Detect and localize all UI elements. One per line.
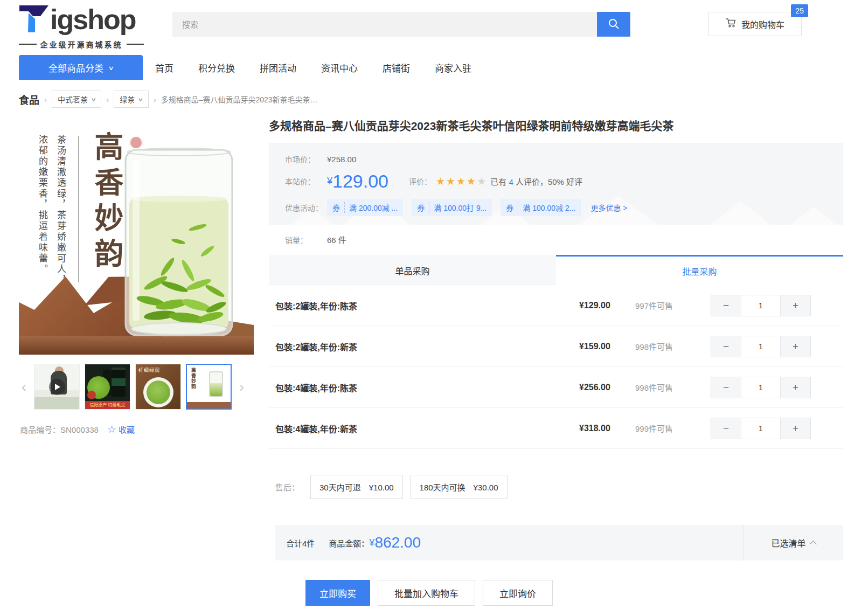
quantity-stepper: − + bbox=[711, 295, 811, 316]
quantity-stepper: − + bbox=[711, 377, 811, 398]
coupon-chip[interactable]: 券 满 100.00打 9... bbox=[412, 199, 492, 216]
tagline-rule-left bbox=[19, 44, 37, 45]
coupon-chip[interactable]: 券 满 200.00减 ... bbox=[327, 199, 403, 216]
rating-label: 评价： bbox=[409, 176, 432, 186]
breadcrumb-category-dropdown-2[interactable]: 绿茶 ∨ bbox=[114, 91, 148, 108]
nav-item-home[interactable]: 首页 bbox=[143, 55, 186, 80]
selected-list-label: 已选清单 bbox=[771, 536, 805, 549]
thumb-decoration bbox=[210, 383, 222, 396]
play-icon bbox=[49, 379, 65, 395]
coupon-list: 券 满 200.00减 ... 券 满 100.00打 9... 券 满 100… bbox=[327, 199, 581, 216]
main-nav: 全部商品分类 ∨ 首页 积分兑换 拼团活动 资讯中心 店铺街 商家入驻 bbox=[0, 55, 862, 80]
quantity-input[interactable] bbox=[741, 295, 781, 316]
favorite-button[interactable]: ☆ 收藏 bbox=[107, 424, 135, 435]
quantity-plus-button[interactable]: + bbox=[781, 377, 810, 398]
quantity-plus-button[interactable]: + bbox=[781, 418, 810, 439]
product-sn-label: 商品编号： bbox=[20, 425, 60, 434]
sku-row: 包装:2罐装,年份:新茶 ¥159.00 998件可售 − + bbox=[269, 326, 843, 367]
quantity-minus-button[interactable]: − bbox=[711, 336, 741, 357]
tab-bulk-purchase[interactable]: 批量采购 bbox=[556, 255, 843, 285]
summary-bar: 合计4件 商品金额： ¥ 862.00 已选清单 bbox=[275, 525, 843, 560]
rating-suffix: 人评价，50% 好评 bbox=[516, 177, 582, 186]
thumbs-prev-icon[interactable]: ‹ bbox=[19, 379, 29, 394]
breadcrumb-category-dropdown-1[interactable]: 中式茗茶 ∨ bbox=[52, 91, 101, 108]
sku-stock: 997件可售 bbox=[635, 300, 711, 311]
main-image-slogan: 茶汤清澈透绿，茶芽娇嫩可人，浓郁的嫩栗香，挑逗着味蕾。 bbox=[33, 135, 69, 292]
thumb-caption: 信阳原产 特级毛尖 bbox=[85, 401, 130, 409]
sales-value: 66 件 bbox=[327, 234, 346, 245]
bulk-add-to-cart-button[interactable]: 批量加入购物车 bbox=[378, 580, 475, 606]
quantity-minus-button[interactable]: − bbox=[711, 418, 741, 439]
coupon-chip[interactable]: 券 满 100.00减 2... bbox=[500, 199, 581, 216]
rating-count[interactable]: 4 bbox=[509, 177, 513, 186]
chevron-down-icon: ∨ bbox=[108, 65, 114, 72]
quantity-input[interactable] bbox=[741, 336, 781, 357]
nav-items: 首页 积分兑换 拼团活动 资讯中心 店铺街 商家入驻 bbox=[143, 55, 484, 80]
quantity-plus-button[interactable]: + bbox=[781, 336, 810, 357]
action-buttons: 立即购买 批量加入购物车 立即询价 bbox=[305, 580, 843, 606]
nav-item-news[interactable]: 资讯中心 bbox=[309, 55, 370, 80]
market-price-value: ¥258.00 bbox=[327, 155, 356, 164]
search-button[interactable] bbox=[597, 12, 630, 37]
aftersale-option-exchange[interactable]: 180天内可换 ¥30.00 bbox=[411, 475, 508, 499]
selected-list-toggle[interactable]: 已选清单 bbox=[743, 525, 843, 560]
quantity-input[interactable] bbox=[741, 377, 781, 398]
purchase-tabs: 单品采购 批量采购 bbox=[269, 255, 843, 285]
site-logo[interactable]: igshop 企业级开源商城系统 bbox=[19, 4, 144, 50]
quantity-minus-button[interactable]: − bbox=[711, 295, 741, 316]
red-seal-stamp bbox=[129, 136, 143, 149]
sales-row: 销量： 66 件 bbox=[269, 225, 843, 248]
chevron-right-icon: › bbox=[106, 95, 109, 104]
nav-item-points[interactable]: 积分兑换 bbox=[186, 55, 247, 80]
sku-name: 包装:4罐装,年份:新茶 bbox=[275, 422, 579, 435]
sku-price: ¥159.00 bbox=[579, 342, 635, 351]
aftersale-option-return[interactable]: 30天内可退 ¥10.00 bbox=[310, 475, 403, 499]
more-promotions-link[interactable]: 更多优惠 > bbox=[590, 202, 627, 213]
all-categories-button[interactable]: 全部商品分类 ∨ bbox=[19, 55, 143, 80]
my-cart-button[interactable]: 我的购物车 25 bbox=[708, 12, 802, 36]
nav-item-merchant-join[interactable]: 商家入驻 bbox=[422, 55, 484, 80]
sku-row: 包装:2罐装,年份:陈茶 ¥129.00 997件可售 − + bbox=[269, 285, 843, 326]
search-bar bbox=[172, 12, 630, 37]
thumbnail-glass-selected[interactable]: 高香妙韵 bbox=[186, 364, 232, 410]
sku-price: ¥318.00 bbox=[579, 424, 635, 433]
quantity-minus-button[interactable]: − bbox=[711, 377, 741, 398]
tea-glass-illustration bbox=[118, 146, 241, 348]
breadcrumb-cat1-label: 中式茗茶 bbox=[58, 94, 88, 105]
thumbnail-strip: ‹ 信阳原产 特级毛尖 纤细绿润 高香 bbox=[19, 364, 254, 410]
quantity-plus-button[interactable]: + bbox=[781, 295, 810, 316]
site-header: igshop 企业级开源商城系统 我的购物车 bbox=[0, 0, 862, 55]
product-main-image[interactable]: 茶汤清澈透绿，茶芽娇嫩可人，浓郁的嫩栗香，挑逗着味蕾。 高香妙韵 bbox=[19, 117, 254, 355]
tagline-rule-right bbox=[127, 44, 144, 45]
site-price-row: 本站价： ¥ 129.00 评价： ★★★★★ 已有 4 人评价，50% 好评 bbox=[285, 172, 827, 190]
thumbs-next-icon[interactable]: › bbox=[237, 379, 247, 394]
thumb-caption: 高香妙韵 bbox=[190, 368, 197, 389]
coupon-text: 满 100.00减 2... bbox=[523, 202, 575, 213]
logo-tagline: 企业级开源商城系统 bbox=[19, 39, 144, 50]
search-input[interactable] bbox=[172, 12, 597, 37]
thumbnail-video[interactable] bbox=[34, 364, 80, 410]
chevron-down-icon: ∨ bbox=[91, 96, 96, 102]
star-outline-icon: ☆ bbox=[107, 424, 116, 434]
buy-now-button[interactable]: 立即购买 bbox=[305, 580, 370, 606]
thumb-decoration bbox=[87, 391, 96, 399]
cart-badge: 25 bbox=[791, 4, 808, 17]
nav-item-shop-street[interactable]: 店铺街 bbox=[370, 55, 422, 80]
site-price-label: 本站价： bbox=[285, 176, 327, 186]
breadcrumb-root-food[interactable]: 食品 bbox=[19, 92, 39, 107]
product-sn-row: 商品编号：SN000338 ☆ 收藏 bbox=[19, 424, 254, 435]
favorite-label: 收藏 bbox=[119, 424, 135, 435]
site-price-currency: ¥ bbox=[327, 176, 332, 187]
thumbnail-tea-bowl[interactable]: 纤细绿润 bbox=[135, 364, 181, 410]
sku-row: 包装:4罐装,年份:新茶 ¥318.00 999件可售 − + bbox=[269, 408, 843, 449]
nav-item-group-buy[interactable]: 拼团活动 bbox=[247, 55, 309, 80]
aftersale-label: 售后： bbox=[275, 481, 300, 493]
quantity-input[interactable] bbox=[741, 418, 781, 439]
inquiry-button[interactable]: 立即询价 bbox=[483, 580, 553, 606]
thumbnail-product-cans[interactable]: 信阳原产 特级毛尖 bbox=[85, 364, 130, 410]
promo-row: 优惠活动： 券 满 200.00减 ... 券 满 100.00打 9... 券… bbox=[285, 199, 827, 216]
market-price-row: 市场价： ¥258.00 bbox=[285, 154, 827, 164]
coupon-tag: 券 bbox=[332, 202, 345, 213]
site-price-value: 129.00 bbox=[332, 172, 388, 190]
tab-single-purchase[interactable]: 单品采购 bbox=[269, 255, 556, 285]
